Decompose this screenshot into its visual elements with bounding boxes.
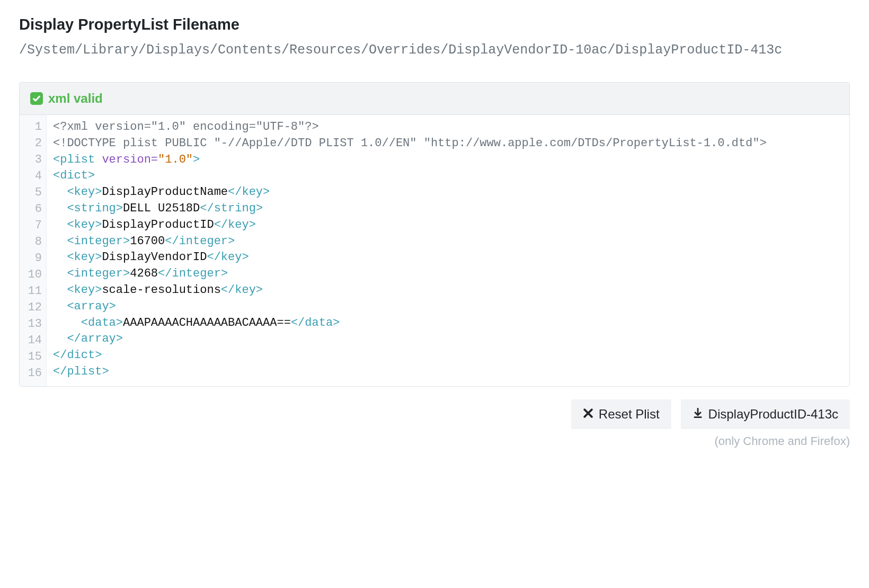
download-button-label: DisplayProductID-413c [708, 407, 838, 422]
status-bar: xml valid [20, 83, 849, 115]
code-line[interactable]: </plist> [53, 364, 843, 380]
line-number: 7 [27, 218, 42, 234]
browser-note: (only Chrome and Firefox) [19, 434, 850, 448]
download-icon [693, 407, 703, 422]
line-number: 6 [27, 201, 42, 218]
file-path: /System/Library/Displays/Contents/Resour… [19, 40, 850, 61]
svg-rect-0 [694, 416, 702, 418]
line-number: 4 [27, 168, 42, 185]
code-line[interactable]: <array> [53, 299, 843, 315]
code-line[interactable]: <key>DisplayProductName</key> [53, 184, 843, 201]
line-number: 13 [27, 316, 42, 333]
line-number: 15 [27, 349, 42, 366]
line-number: 14 [27, 333, 42, 349]
check-icon [30, 92, 43, 105]
line-number: 2 [27, 136, 42, 152]
line-number: 12 [27, 300, 42, 316]
line-number: 9 [27, 251, 42, 267]
code-editor[interactable]: 12345678910111213141516 <?xml version="1… [20, 115, 849, 386]
line-number: 16 [27, 366, 42, 382]
code-content[interactable]: <?xml version="1.0" encoding="UTF-8"?><!… [47, 115, 849, 386]
line-gutter: 12345678910111213141516 [20, 115, 47, 386]
code-line[interactable]: </array> [53, 331, 843, 348]
line-number: 3 [27, 152, 42, 168]
code-line[interactable]: <plist version="1.0"> [53, 152, 843, 168]
close-icon [583, 407, 593, 422]
editor-panel: xml valid 12345678910111213141516 <?xml … [19, 82, 850, 387]
code-line[interactable]: <integer>16700</integer> [53, 234, 843, 250]
line-number: 8 [27, 234, 42, 251]
action-bar: Reset Plist DisplayProductID-413c [19, 399, 850, 429]
code-line[interactable]: <!DOCTYPE plist PUBLIC "-//Apple//DTD PL… [53, 136, 843, 152]
status-text: xml valid [48, 91, 103, 106]
code-line[interactable]: <dict> [53, 168, 843, 184]
page-title: Display PropertyList Filename [19, 16, 850, 33]
code-line[interactable]: <string>DELL U2518D</string> [53, 201, 843, 217]
code-line[interactable]: <integer>4268</integer> [53, 266, 843, 282]
code-line[interactable]: <data>AAAPAAAACHAAAAABACAAAA==</data> [53, 315, 843, 332]
code-line[interactable]: <key>DisplayVendorID</key> [53, 250, 843, 266]
line-number: 11 [27, 283, 42, 300]
code-line[interactable]: <key>scale-resolutions</key> [53, 282, 843, 299]
line-number: 10 [27, 267, 42, 283]
download-button[interactable]: DisplayProductID-413c [681, 399, 850, 429]
code-line[interactable]: <key>DisplayProductID</key> [53, 217, 843, 234]
line-number: 1 [27, 119, 42, 136]
reset-button[interactable]: Reset Plist [571, 399, 671, 429]
code-line[interactable]: <?xml version="1.0" encoding="UTF-8"?> [53, 119, 843, 136]
code-line[interactable]: </dict> [53, 348, 843, 364]
line-number: 5 [27, 185, 42, 201]
reset-button-label: Reset Plist [599, 407, 660, 422]
